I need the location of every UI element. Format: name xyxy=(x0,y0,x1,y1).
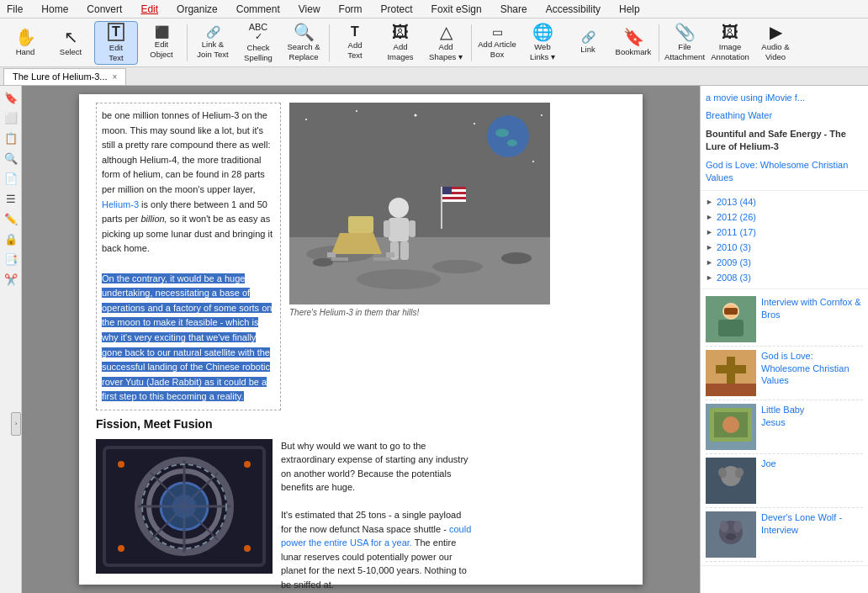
sidebar-link-god[interactable]: God is Love: Wholesome Christian Values xyxy=(706,156,863,188)
archive-2013-arrow: ► xyxy=(706,198,713,206)
svg-point-28 xyxy=(305,119,307,120)
svg-point-47 xyxy=(244,461,251,468)
select-icon: ↖ xyxy=(64,29,78,45)
tool-hand-label: Hand xyxy=(16,47,35,56)
sidebar-output-icon[interactable]: 📑 xyxy=(3,251,19,267)
menu-edit[interactable]: Edit xyxy=(137,2,161,17)
tool-add-images[interactable]: 🖼 AddImages xyxy=(378,21,422,65)
svg-point-5 xyxy=(313,258,333,267)
menu-comment[interactable]: Comment xyxy=(233,2,283,17)
related-title-joe[interactable]: Joe xyxy=(761,458,776,469)
tool-web-links-label: WebLinks ▾ xyxy=(530,42,555,61)
menu-share[interactable]: Share xyxy=(497,2,531,17)
svg-rect-7 xyxy=(441,187,442,229)
pdf-area[interactable]: be one million tonnes of Helium-3 on the… xyxy=(22,86,700,593)
menu-form[interactable]: Form xyxy=(336,2,366,17)
related-title-god[interactable]: God is Love:Wholesome Christian Values xyxy=(761,350,863,386)
menu-file[interactable]: File xyxy=(3,2,26,17)
svg-point-13 xyxy=(389,198,409,218)
archive-2009[interactable]: ► 2009 (3) xyxy=(706,255,863,270)
sidebar-collapse-button[interactable]: › xyxy=(11,412,21,436)
svg-rect-18 xyxy=(400,241,409,260)
tool-link-join[interactable]: 🔗 Link &Join Text xyxy=(191,21,235,65)
tool-hand[interactable]: ✋ Hand xyxy=(3,21,47,65)
tool-audio-video[interactable]: ▶ Audio &Video xyxy=(754,21,797,65)
svg-rect-57 xyxy=(716,365,746,373)
svg-marker-19 xyxy=(331,233,382,254)
sidebar-thumbnail-icon[interactable]: ⬜ xyxy=(3,109,19,126)
search-replace-icon: 🔍 xyxy=(294,24,315,40)
archive-2011[interactable]: ► 2011 (17) xyxy=(706,225,863,240)
sidebar-comments-icon[interactable]: ✏️ xyxy=(3,210,19,227)
svg-point-33 xyxy=(532,161,534,162)
menu-protect[interactable]: Protect xyxy=(378,2,416,17)
related-devers-wolf[interactable]: Dever's Lone Wolf - Interview xyxy=(706,508,863,562)
menu-home[interactable]: Home xyxy=(38,2,71,17)
archive-2013[interactable]: ► 2013 (44) xyxy=(706,194,863,209)
tool-select-label: Select xyxy=(60,47,82,56)
related-little-baby[interactable]: Little BabyJesus xyxy=(706,400,863,454)
helium3-link[interactable]: Helium-3 xyxy=(102,199,139,209)
sidebar-bookmark-icon[interactable]: 🔖 xyxy=(3,89,19,106)
sidebar-link-water[interactable]: Breathing Water xyxy=(706,107,863,124)
tool-check-spelling[interactable]: ABC✓ CheckSpelling xyxy=(236,21,280,65)
tool-edit-object[interactable]: ⬛ EditObject xyxy=(140,21,183,65)
tool-edit-text[interactable]: T EditText xyxy=(94,21,138,65)
archive-2010[interactable]: ► 2010 (3) xyxy=(706,240,863,255)
archive-2008[interactable]: ► 2008 (3) xyxy=(706,270,863,285)
related-items-section: Interview with Cornfox & Bros God is Lov… xyxy=(701,289,868,566)
tool-link[interactable]: 🔗 Link xyxy=(566,21,610,65)
toolbar-sep-4 xyxy=(659,24,659,61)
svg-rect-12 xyxy=(442,187,452,194)
link-icon: 🔗 xyxy=(581,31,595,43)
sidebar-search-icon[interactable]: 🔍 xyxy=(3,150,19,167)
tool-bookmark[interactable]: 🔖 Bookmark xyxy=(611,21,655,65)
sidebar-content-icon[interactable]: ☰ xyxy=(3,190,19,207)
svg-rect-21 xyxy=(327,252,336,257)
related-interview-cornfox[interactable]: Interview with Cornfox & Bros xyxy=(706,293,863,347)
pdf-text-block-1: be one million tonnes of Helium-3 on the… xyxy=(96,103,281,410)
document-tab[interactable]: The Lure of Helium-3... × xyxy=(3,68,126,85)
related-joe[interactable]: Joe xyxy=(706,454,863,508)
menu-convert[interactable]: Convert xyxy=(83,2,125,17)
archive-2012-label: 2012 (26) xyxy=(717,212,756,222)
tool-add-text[interactable]: T AddText xyxy=(333,21,377,65)
tool-add-article[interactable]: ▭ Add ArticleBox xyxy=(475,21,519,65)
sidebar-link-helium[interactable]: Bountiful and Safe Energy - The Lure of … xyxy=(706,125,863,156)
tool-select[interactable]: ↖ Select xyxy=(49,21,93,65)
sidebar-links-section: a movie using iMovie f... Breathing Wate… xyxy=(701,86,868,191)
related-title-wolf[interactable]: Dever's Lone Wolf - Interview xyxy=(761,511,863,536)
svg-point-26 xyxy=(495,129,509,137)
tool-search-replace[interactable]: 🔍 Search &Replace xyxy=(282,21,326,65)
archive-2012[interactable]: ► 2012 (26) xyxy=(706,209,863,225)
tool-bookmark-label: Bookmark xyxy=(616,47,652,56)
tool-web-links[interactable]: 🌐 WebLinks ▾ xyxy=(521,21,564,65)
edit-text-icon: T xyxy=(108,23,124,41)
tool-check-spelling-label: CheckSpelling xyxy=(244,43,273,62)
toolbar-sep-2 xyxy=(329,24,330,61)
svg-point-3 xyxy=(432,260,483,273)
tab-close-button[interactable]: × xyxy=(113,72,118,82)
tool-link-label: Link xyxy=(580,45,595,54)
menu-help[interactable]: Help xyxy=(616,2,643,17)
sidebar-security-icon[interactable]: 🔒 xyxy=(3,230,19,247)
reactor-image xyxy=(96,439,273,574)
related-god-love[interactable]: God is Love:Wholesome Christian Values xyxy=(706,347,863,400)
tool-add-shapes-label: AddShapes ▾ xyxy=(429,42,463,61)
sidebar-link-movie[interactable]: a movie using iMovie f... xyxy=(706,89,863,107)
menu-organize[interactable]: Organize xyxy=(173,2,221,17)
svg-rect-20 xyxy=(348,216,373,233)
tool-add-shapes[interactable]: △ AddShapes ▾ xyxy=(424,21,468,65)
menu-view[interactable]: View xyxy=(295,2,324,17)
sidebar-pages-icon[interactable]: 📄 xyxy=(3,170,19,187)
audio-video-icon: ▶ xyxy=(770,24,782,40)
sidebar-edit-icon[interactable]: ✂️ xyxy=(3,271,19,288)
related-title-cornfox[interactable]: Interview with Cornfox & Bros xyxy=(761,296,863,320)
tool-file-attachment[interactable]: 📎 FileAttachment xyxy=(663,21,707,65)
sidebar-layers-icon[interactable]: 📋 xyxy=(3,130,19,146)
menu-accessibility[interactable]: Accessibility xyxy=(542,2,604,17)
related-title-baby[interactable]: Little BabyJesus xyxy=(761,404,804,428)
svg-point-27 xyxy=(507,140,517,146)
menu-foxit-esign[interactable]: Foxit eSign xyxy=(428,2,485,17)
tool-image-annotation[interactable]: 🖼 ImageAnnotation xyxy=(708,21,752,65)
